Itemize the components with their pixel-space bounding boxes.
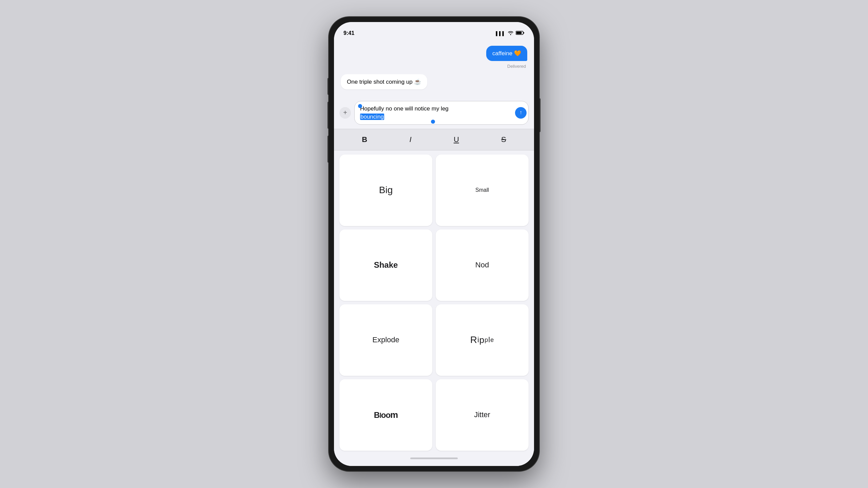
incoming-message: One triple shot coming up ☕️ bbox=[341, 74, 527, 95]
effect-nod-button[interactable]: Nod bbox=[436, 229, 529, 301]
effect-shake-button[interactable]: Shake bbox=[339, 229, 432, 301]
effect-small-button[interactable]: Small bbox=[436, 155, 529, 226]
effect-shake-label: Shake bbox=[374, 260, 398, 270]
ripple-p: p bbox=[479, 335, 485, 345]
phone-screen: 9:41 ▌▌▌ bbox=[334, 22, 534, 466]
strikethrough-button[interactable]: S bbox=[497, 134, 510, 145]
messages-top: caffeine 🧡 bbox=[341, 46, 527, 62]
svg-rect-2 bbox=[516, 32, 522, 34]
italic-button[interactable]: I bbox=[405, 134, 415, 145]
effect-big-button[interactable]: Big bbox=[339, 155, 432, 226]
effect-small-label: Small bbox=[475, 187, 489, 193]
effects-grid: Big Small Shake Nod Explode bbox=[334, 150, 534, 455]
phone-device: 9:41 ▌▌▌ bbox=[329, 17, 539, 471]
formatting-toolbar: B I U S bbox=[334, 129, 534, 150]
outgoing-message-partial: caffeine 🧡 bbox=[486, 46, 527, 61]
volume-up-button[interactable] bbox=[328, 102, 329, 129]
effect-explode-label: Explode bbox=[372, 336, 399, 344]
effect-ripple-button[interactable]: Ripple bbox=[436, 304, 529, 376]
svg-rect-1 bbox=[524, 32, 525, 34]
status-time: 9:41 bbox=[343, 30, 354, 36]
input-line1-text: Hopefully no one will notice my leg bbox=[360, 105, 449, 112]
message-input[interactable]: Hopefully no one will notice my leg boun… bbox=[354, 101, 529, 125]
send-button[interactable]: ↑ bbox=[515, 107, 527, 119]
volume-down-button[interactable] bbox=[328, 136, 329, 163]
selection-handle-right bbox=[431, 120, 435, 124]
ripple-p2: p bbox=[485, 337, 488, 343]
selected-text: bouncing bbox=[360, 114, 384, 120]
home-indicator-area bbox=[334, 455, 534, 466]
send-icon: ↑ bbox=[519, 109, 522, 116]
delivered-label: Delivered bbox=[341, 64, 527, 69]
effect-explode-button[interactable]: Explode bbox=[339, 304, 432, 376]
effect-jitter-label: Jitter bbox=[474, 410, 490, 419]
signal-icon: ▌▌▌ bbox=[496, 31, 506, 36]
underline-button[interactable]: U bbox=[450, 134, 463, 145]
status-icons: ▌▌▌ bbox=[496, 30, 525, 36]
input-text-content: Hopefully no one will notice my leg boun… bbox=[360, 105, 511, 121]
bold-button[interactable]: B bbox=[358, 134, 371, 145]
input-wrapper: Hopefully no one will notice my leg boun… bbox=[354, 101, 529, 125]
home-indicator bbox=[410, 458, 458, 459]
battery-icon bbox=[516, 30, 525, 36]
effect-jitter-button[interactable]: Jitter bbox=[436, 379, 529, 451]
effect-bloom-label: Bloom bbox=[374, 410, 398, 420]
silent-switch[interactable] bbox=[328, 78, 329, 95]
power-button[interactable] bbox=[539, 98, 540, 132]
plus-button[interactable]: + bbox=[339, 107, 351, 119]
status-bar: 9:41 ▌▌▌ bbox=[334, 22, 534, 39]
input-area: + Hopefully no one will notice my leg bo… bbox=[334, 98, 534, 127]
effect-nod-label: Nod bbox=[475, 261, 489, 269]
ripple-e: e bbox=[490, 337, 494, 343]
input-line1: Hopefully no one will notice my leg bbox=[360, 105, 449, 112]
incoming-bubble: One triple shot coming up ☕️ bbox=[341, 74, 427, 89]
screen-content: 9:41 ▌▌▌ bbox=[334, 22, 534, 466]
ripple-r: R bbox=[470, 334, 477, 345]
wifi-icon bbox=[508, 30, 514, 36]
effect-big-label: Big bbox=[379, 185, 393, 196]
effect-ripple-label: Ripple bbox=[470, 334, 494, 345]
selection-handle-left bbox=[358, 104, 362, 108]
messages-area: caffeine 🧡 Delivered One triple shot com… bbox=[334, 39, 534, 98]
effect-bloom-button[interactable]: Bloom bbox=[339, 379, 432, 451]
